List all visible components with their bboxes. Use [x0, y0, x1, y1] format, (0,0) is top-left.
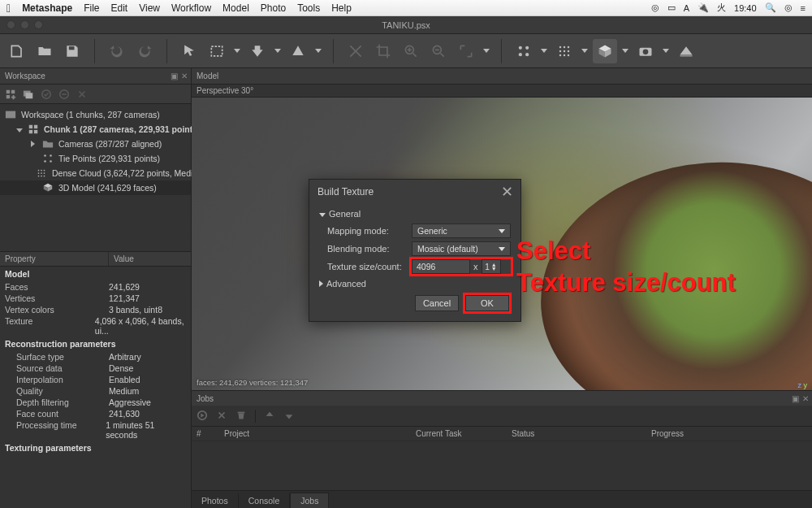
- zoom-in-icon[interactable]: [399, 39, 423, 63]
- jobs-down-icon[interactable]: [283, 410, 295, 423]
- move-tool-dropdown[interactable]: [273, 49, 283, 53]
- mapping-mode-select[interactable]: Generic: [412, 224, 511, 238]
- new-project-icon[interactable]: [5, 39, 29, 63]
- menu-file[interactable]: File: [84, 2, 99, 14]
- properties-header: Property Value: [0, 251, 191, 267]
- status-time: 19:40: [734, 3, 757, 13]
- close-icon[interactable]: ✕: [498, 183, 516, 201]
- menu-edit[interactable]: Edit: [111, 2, 128, 14]
- svg-point-4: [519, 46, 522, 49]
- texture-count-stepper[interactable]: 1▲▼: [482, 259, 501, 274]
- pane-float-icon[interactable]: ▣: [792, 394, 799, 403]
- svg-rect-1: [211, 46, 222, 56]
- notifications-icon[interactable]: ≡: [801, 3, 806, 13]
- app-name[interactable]: Metashape: [22, 2, 72, 14]
- axis-gizmo[interactable]: z yx: [797, 382, 807, 390]
- crop-icon[interactable]: [371, 39, 395, 63]
- svg-point-44: [44, 176, 45, 177]
- ruler-icon[interactable]: [343, 39, 368, 63]
- status-display-icon[interactable]: ▭: [667, 2, 676, 13]
- fit-view-icon[interactable]: [454, 39, 478, 63]
- section-general[interactable]: General: [319, 209, 511, 219]
- tree-cameras[interactable]: Cameras (287/287 aligned): [0, 137, 191, 151]
- region-tool-dropdown[interactable]: [313, 49, 323, 53]
- jobs-play-icon[interactable]: [197, 410, 208, 423]
- expand-icon[interactable]: [16, 124, 23, 134]
- svg-rect-21: [11, 89, 15, 93]
- undo-icon[interactable]: [105, 39, 129, 63]
- ok-button[interactable]: OK: [465, 295, 509, 311]
- svg-point-15: [564, 54, 566, 56]
- model-icon: [42, 182, 54, 193]
- fit-view-dropdown[interactable]: [482, 49, 491, 53]
- svg-point-6: [519, 53, 522, 56]
- texture-size-input[interactable]: [412, 259, 470, 274]
- blending-mode-label: Blending mode:: [327, 244, 412, 254]
- svg-point-43: [41, 176, 42, 177]
- traffic-lights[interactable]: [6, 20, 43, 29]
- rect-select-icon[interactable]: [205, 39, 229, 63]
- svg-point-35: [50, 160, 52, 163]
- model-pane-header: Model: [192, 68, 812, 85]
- tree-root[interactable]: Workspace (1 chunks, 287 cameras): [0, 107, 191, 122]
- jobs-up-icon[interactable]: [264, 410, 275, 423]
- tree-model[interactable]: 3D Model (241,629 faces): [0, 180, 191, 195]
- zoom-out-icon[interactable]: [426, 39, 451, 63]
- rect-select-dropdown[interactable]: [232, 49, 242, 53]
- densecloud-icon: [36, 167, 47, 179]
- svg-rect-46: [238, 411, 245, 413]
- workspace-pane-header: Workspace ▣✕: [0, 68, 191, 85]
- menu-photo[interactable]: Photo: [261, 2, 286, 14]
- section-advanced[interactable]: Advanced: [319, 279, 511, 289]
- tab-photos[interactable]: Photos: [192, 493, 239, 508]
- status-wifi-icon[interactable]: ◎: [651, 2, 659, 13]
- control-center-icon[interactable]: ◎: [784, 2, 793, 13]
- expand-icon[interactable]: [31, 139, 37, 149]
- tree-root-label: Workspace (1 chunks, 287 cameras): [21, 110, 160, 119]
- pane-close-icon[interactable]: ✕: [181, 72, 188, 80]
- tree-tiepoints[interactable]: Tie Points (229,931 points): [0, 151, 191, 166]
- status-day: 火: [717, 2, 726, 14]
- dialog-title: Build Texture: [317, 186, 374, 198]
- point-cloud-icon[interactable]: [512, 39, 536, 63]
- blending-mode-select[interactable]: Mosaic (default): [412, 241, 511, 256]
- tab-console[interactable]: Console: [239, 493, 291, 508]
- region-tool-icon[interactable]: [286, 39, 310, 63]
- folder-icon: [42, 138, 54, 150]
- status-ime-icon[interactable]: A: [684, 3, 689, 13]
- save-project-icon[interactable]: [60, 39, 84, 63]
- pointer-tool-icon[interactable]: [177, 39, 201, 63]
- model-view-icon[interactable]: [593, 39, 617, 63]
- cancel-button[interactable]: Cancel: [415, 295, 459, 311]
- status-battery-icon[interactable]: 🔌: [698, 2, 709, 13]
- jobs-delete-icon[interactable]: [216, 410, 227, 423]
- menu-workflow[interactable]: Workflow: [171, 2, 211, 14]
- add-chunk-icon[interactable]: [5, 89, 16, 100]
- pane-close-icon[interactable]: ✕: [802, 394, 809, 403]
- add-photos-icon[interactable]: [23, 89, 34, 100]
- ortho-icon[interactable]: [674, 39, 698, 63]
- dense-cloud-dropdown[interactable]: [580, 49, 590, 53]
- menu-help[interactable]: Help: [331, 2, 352, 14]
- dense-cloud-icon[interactable]: [552, 39, 577, 63]
- menu-model[interactable]: Model: [222, 2, 249, 14]
- apple-menu-icon[interactable]: [6, 2, 11, 15]
- tree-densecloud[interactable]: Dense Cloud (3,624,722 points, Medium qu…: [0, 166, 191, 180]
- camera-dropdown[interactable]: [661, 49, 671, 53]
- open-project-icon[interactable]: [32, 39, 57, 63]
- model-view-dropdown[interactable]: [620, 49, 630, 53]
- camera-icon[interactable]: [633, 39, 658, 63]
- jobs-trash-icon[interactable]: [235, 410, 247, 423]
- spotlight-icon[interactable]: 🔍: [765, 2, 776, 13]
- tab-jobs[interactable]: Jobs: [290, 493, 329, 508]
- point-cloud-dropdown[interactable]: [539, 49, 549, 53]
- tree-chunk[interactable]: Chunk 1 (287 cameras, 229,931 points) [T…: [0, 122, 191, 137]
- workspace-pane-title: Workspace: [5, 72, 45, 80]
- col-property: Property: [0, 252, 109, 266]
- move-tool-icon[interactable]: [245, 39, 270, 63]
- pane-float-icon[interactable]: ▣: [171, 72, 178, 80]
- menu-tools[interactable]: Tools: [297, 2, 320, 14]
- redo-icon[interactable]: [132, 39, 157, 63]
- remove-icon: [76, 89, 88, 100]
- menu-view[interactable]: View: [139, 2, 160, 14]
